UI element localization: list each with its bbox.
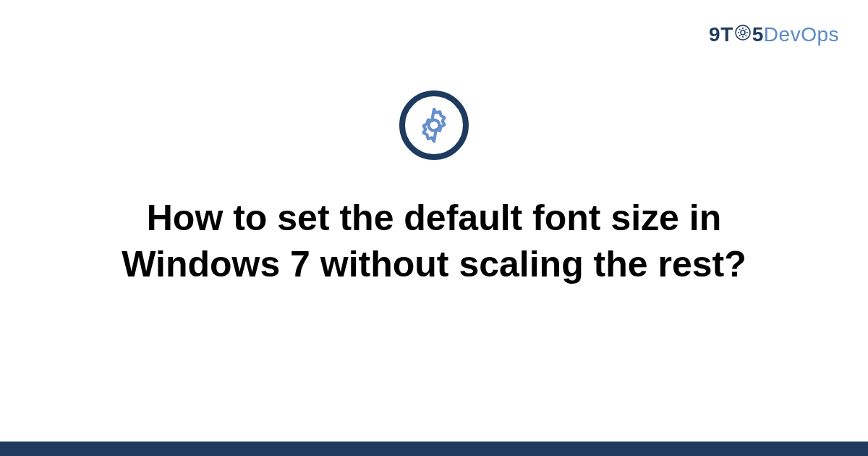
main-content: How to set the default font size in Wind… xyxy=(0,90,868,287)
logo-text-5: 5 xyxy=(752,23,764,46)
logo-text-devops: DevOps xyxy=(764,23,839,46)
svg-point-3 xyxy=(438,127,441,130)
logo-gear-icon xyxy=(734,23,752,46)
gear-circle-icon xyxy=(399,90,469,160)
footer-bar xyxy=(0,442,868,456)
svg-point-1 xyxy=(741,30,745,35)
page-title: How to set the default font size in Wind… xyxy=(58,195,810,287)
logo-text-9t: 9T xyxy=(709,23,733,46)
site-logo: 9T 5DevOps xyxy=(709,23,839,48)
